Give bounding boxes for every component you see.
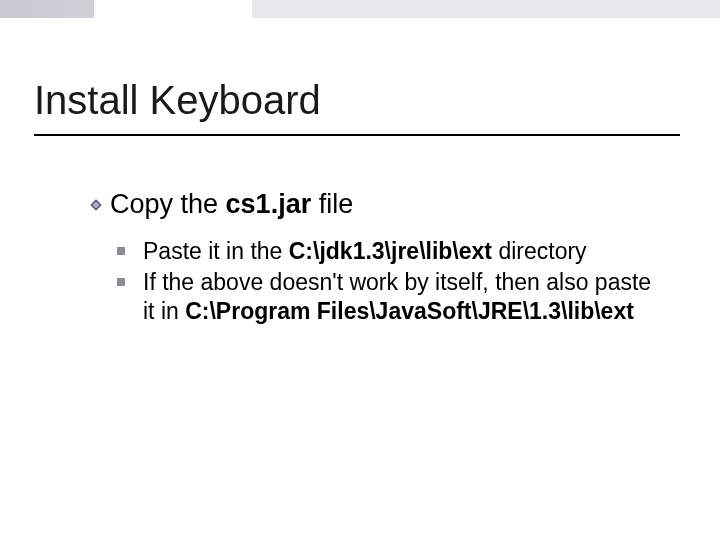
bullet-level-2-list: Paste it in the C:\jdk1.3\jre\lib\ext di… <box>117 237 653 327</box>
l2-text: If the above doesn't work by itself, the… <box>143 268 653 326</box>
l2-bold: C:\Program Files\JavaSoft\JRE\1.3\lib\ex… <box>185 298 634 324</box>
bullet-level-1: Copy the cs1.jar file <box>88 189 353 220</box>
l2-bold: C:\jdk1.3\jre\lib\ext <box>289 238 492 264</box>
square-bullet-icon <box>117 278 125 286</box>
slide-top-bar <box>0 0 720 18</box>
l2-text: Paste it in the C:\jdk1.3\jre\lib\ext di… <box>143 237 587 266</box>
l2-seg: Paste it in the <box>143 238 289 264</box>
bullet-l1-text: Copy the cs1.jar file <box>110 189 353 220</box>
title-underline <box>34 134 680 136</box>
diamond-bullet-icon <box>88 197 104 213</box>
slide-title: Install Keyboard <box>34 78 321 123</box>
square-bullet-icon <box>117 247 125 255</box>
l1-suffix: file <box>311 189 353 219</box>
l1-prefix: Copy the <box>110 189 226 219</box>
list-item: Paste it in the C:\jdk1.3\jre\lib\ext di… <box>117 237 653 266</box>
l1-bold: cs1.jar <box>226 189 312 219</box>
l2-seg: directory <box>492 238 587 264</box>
list-item: If the above doesn't work by itself, the… <box>117 268 653 326</box>
